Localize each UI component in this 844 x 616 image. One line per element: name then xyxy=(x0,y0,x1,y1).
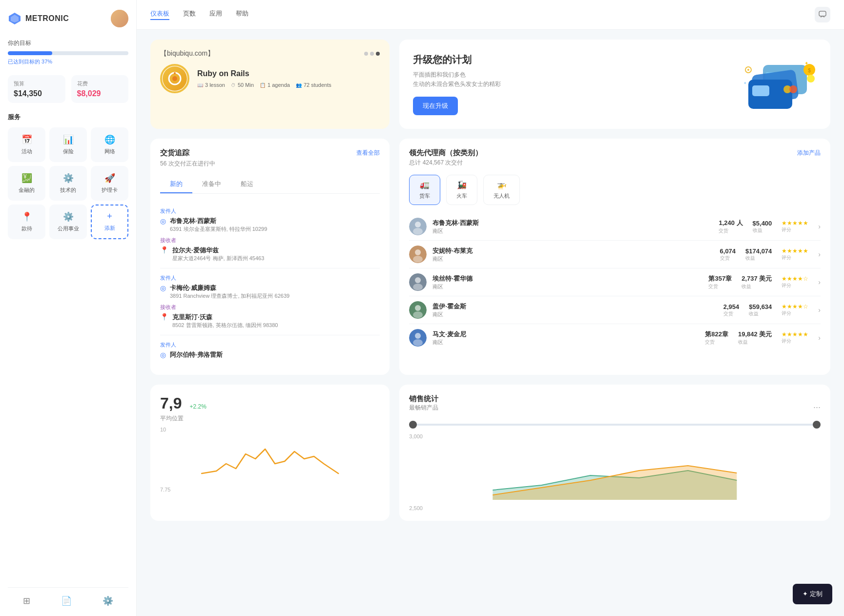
svg-point-33 xyxy=(415,333,421,339)
stat-rating-3: ★★★★☆ 评分 xyxy=(782,303,808,317)
svg-point-22 xyxy=(413,228,423,235)
shipment-tabs: 新的 准备中 船运 xyxy=(160,176,380,194)
sales-chart-area: 3,000 2,500 xyxy=(409,433,821,511)
agent-avatar-2 xyxy=(409,273,427,291)
agent-region-3: 南区 xyxy=(432,311,717,318)
svg-text:✦: ✦ xyxy=(743,81,747,85)
sender-info-1: 布鲁克林·西蒙斯 6391 埃尔金圣塞莱斯特, 特拉华州 10299 xyxy=(170,217,267,233)
svg-point-31 xyxy=(413,311,423,318)
layers-icon[interactable]: ⊞ xyxy=(23,595,30,606)
svg-point-4 xyxy=(172,76,177,81)
logo-mark: METRONIC xyxy=(8,12,69,25)
agent-name-2: 埃丝特·霍华德 xyxy=(432,274,702,283)
agent-avatar-3 xyxy=(409,301,427,319)
service-item-activity[interactable]: 📅 活动 xyxy=(8,127,45,162)
service-item-tech[interactable]: ⚙️ 技术的 xyxy=(49,166,87,201)
user-avatar[interactable] xyxy=(111,10,128,27)
sales-stats-card: 销售统计 最畅销产品 ··· 3,000 xyxy=(399,385,830,521)
service-item-network[interactable]: 🌐 网络 xyxy=(91,127,128,162)
service-item-finance[interactable]: 💹 金融的 xyxy=(8,166,45,201)
dot1 xyxy=(364,52,368,56)
nav-apps[interactable]: 应用 xyxy=(209,9,222,20)
agent-stats-0: 1,240 人 交货 $5,400 收益 ★★★★★ 评分 › xyxy=(719,219,821,234)
truck-icon: 🚛 xyxy=(420,180,430,189)
time-value: 50 Min xyxy=(238,82,254,88)
meta-time: ⏱ 50 Min xyxy=(231,82,254,88)
sender-address-2: 3891 Ranchview 理查森博士, 加利福尼亚州 62639 xyxy=(170,292,289,300)
upgrade-graphic: $ ✦ ✦ xyxy=(739,55,817,114)
nav-help[interactable]: 帮助 xyxy=(236,9,248,20)
sender-address-1: 6391 埃尔金圣塞莱斯特, 特拉华州 10299 xyxy=(170,226,267,233)
sales-more-icon[interactable]: ··· xyxy=(813,402,821,412)
tab-preparing[interactable]: 准备中 xyxy=(192,176,231,193)
agent-arrow-4[interactable]: › xyxy=(818,334,821,342)
range-handle-right[interactable] xyxy=(813,421,821,429)
network-icon: 🌐 xyxy=(104,134,115,145)
nav-pages[interactable]: 页数 xyxy=(183,9,196,20)
train-icon: 🚂 xyxy=(457,180,467,189)
service-item-add[interactable]: + 添新 xyxy=(91,205,128,239)
svg-point-12 xyxy=(789,85,797,93)
dot3 xyxy=(376,52,380,56)
customize-button[interactable]: ✦ 定制 xyxy=(793,584,832,604)
stars-2: ★★★★☆ xyxy=(782,275,808,282)
course-dots xyxy=(364,52,380,56)
revenue-value-3: $59,634 xyxy=(749,303,772,310)
tab-shipping[interactable]: 船运 xyxy=(231,176,263,193)
upgrade-button[interactable]: 现在升级 xyxy=(413,97,458,115)
upgrade-desc-line1: 平面插图和我们多色 xyxy=(413,71,466,78)
stat-transactions-3: 2,954 交货 xyxy=(723,303,740,317)
nav-dashboard[interactable]: 仪表板 xyxy=(150,9,169,20)
agent-list: 布鲁克林·西蒙斯 南区 1,240 人 交货 $5,400 收益 ★★★★★ 评… xyxy=(409,213,821,351)
sales-titles: 销售统计 最畅销产品 xyxy=(409,394,438,420)
shipment-subtitle: 56 次交付正在进行中 xyxy=(160,160,380,168)
meta-students: 👥 72 students xyxy=(296,82,331,88)
agent-arrow-1[interactable]: › xyxy=(818,250,821,258)
receiver-label-1: 接收者 xyxy=(160,237,380,244)
agent-arrow-2[interactable]: › xyxy=(818,278,821,286)
cat-tab-truck[interactable]: 🚛 货车 xyxy=(409,175,440,205)
expense-label: 花费 xyxy=(77,80,123,87)
stars-4: ★★★★★ xyxy=(782,331,808,338)
service-item-care[interactable]: 🚀 护理卡 xyxy=(91,166,128,201)
service-item-utilities[interactable]: ⚙️ 公用事业 xyxy=(49,205,87,239)
range-handle-left[interactable] xyxy=(409,421,417,429)
agent-avatar-1 xyxy=(409,246,427,263)
course-title: Ruby on Rails xyxy=(197,69,380,78)
add-product-button[interactable]: 添加产品 xyxy=(797,149,821,157)
transaction-value-2: 第357章 xyxy=(708,274,732,283)
goal-percent: 已达到目标的 37% xyxy=(8,58,128,65)
receiver-name-1: 拉尔夫·爱德华兹 xyxy=(172,246,264,255)
agent-arrow-3[interactable]: › xyxy=(818,306,821,314)
svg-rect-2 xyxy=(819,11,826,16)
cat-tab-train[interactable]: 🚂 火车 xyxy=(446,175,477,205)
shipment-card: 交货追踪 查看全部 56 次交付正在进行中 新的 准备中 船运 发件人 ◎ 布鲁… xyxy=(150,139,390,375)
tab-new[interactable]: 新的 xyxy=(160,176,192,193)
agent-stats-4: 第822章 交货 19,842 美元 收益 ★★★★★ 评分 › xyxy=(705,330,821,346)
transaction-label-1: 交货 xyxy=(720,255,736,262)
shipment-link[interactable]: 查看全部 xyxy=(356,149,380,157)
upgrade-text: 升级您的计划 平面插图和我们多色 生动的未混合紫色头发女士的精彩 现在升级 xyxy=(413,53,739,115)
sales-y-2500: 2,500 xyxy=(409,505,423,511)
service-item-hospitality[interactable]: 📍 款待 xyxy=(8,205,45,239)
agent-arrow-0[interactable]: › xyxy=(818,223,821,230)
svg-point-27 xyxy=(415,277,421,283)
svg-point-34 xyxy=(413,339,423,346)
service-item-insurance[interactable]: 📊 保险 xyxy=(49,127,87,162)
svg-point-30 xyxy=(415,305,421,311)
rating-label-3: 评分 xyxy=(782,310,808,317)
agents-card: 领先代理商（按类别） 添加产品 总计 424,567 次交付 🚛 货车 🚂 火车… xyxy=(399,139,830,375)
chat-icon[interactable] xyxy=(815,7,830,22)
cat-label-drone: 无人机 xyxy=(494,192,510,200)
course-meta: 📖 3 lesson ⏱ 50 Min 📋 1 agenda 👥 xyxy=(197,82,380,88)
settings-icon[interactable]: ⚙️ xyxy=(103,595,113,606)
shipment-item-3: 发件人 ◎ 阿尔伯特·弗洛雷斯 xyxy=(160,335,380,365)
revenue-value-2: 2,737 美元 xyxy=(741,274,772,283)
file-icon[interactable]: 📄 xyxy=(61,595,72,606)
agent-stats-1: 6,074 交货 $174,074 收益 ★★★★★ 评分 › xyxy=(720,247,821,262)
revenue-value-4: 19,842 美元 xyxy=(738,330,772,339)
agenda-icon: 📋 xyxy=(260,82,266,88)
range-slider[interactable] xyxy=(409,424,821,426)
agent-name-4: 马文·麦金尼 xyxy=(432,330,699,339)
cat-tab-drone[interactable]: 🚁 无人机 xyxy=(483,175,520,205)
